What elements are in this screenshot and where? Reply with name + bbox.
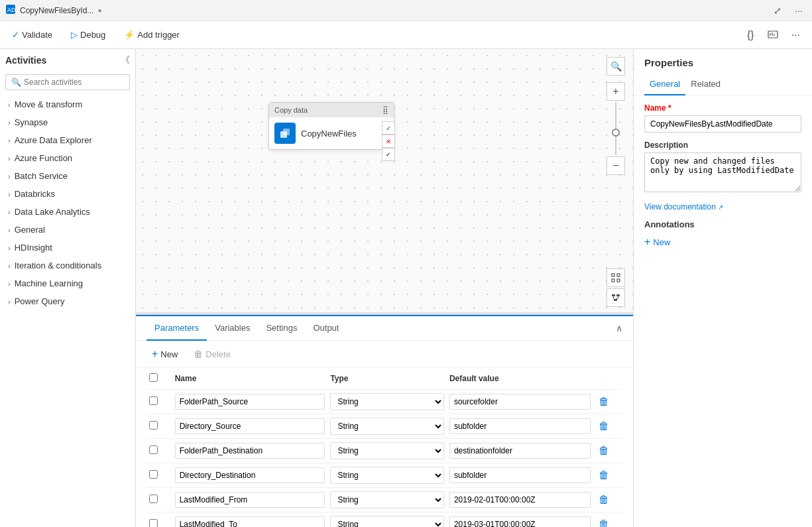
param-default-input-0[interactable]: [449, 394, 591, 410]
row-checkbox-1[interactable]: [149, 421, 158, 430]
chevron-right-icon: ›: [8, 137, 11, 145]
zoom-out-button[interactable]: −: [607, 156, 625, 175]
search-box[interactable]: 🔍: [5, 74, 130, 90]
param-delete-btn-4[interactable]: 🗑: [596, 493, 612, 507]
param-default-input-3[interactable]: [449, 467, 591, 483]
param-name-input-3[interactable]: [175, 467, 325, 483]
sidebar-item-batch-service[interactable]: › Batch Service: [0, 167, 135, 185]
param-name-input-4[interactable]: [175, 492, 325, 508]
param-type-select-3[interactable]: String Array Object Integer Float Bool: [330, 467, 444, 484]
param-name-input-1[interactable]: [175, 418, 325, 434]
node-complete-btn[interactable]: ✓: [382, 148, 395, 161]
param-delete-btn-5[interactable]: 🗑: [596, 517, 612, 527]
new-parameter-button[interactable]: + New: [146, 346, 183, 362]
sidebar-item-general[interactable]: › General: [0, 221, 135, 239]
sidebar-item-synapse[interactable]: › Synapse: [0, 113, 135, 131]
param-default-input-4[interactable]: [449, 492, 591, 508]
node-success-btn[interactable]: ✓: [382, 121, 395, 135]
row-checkbox-4[interactable]: [149, 495, 158, 503]
activity-node-header: Copy data ⣿: [269, 103, 394, 117]
drag-icon: ⣿: [382, 105, 388, 115]
description-textarea[interactable]: [644, 152, 801, 192]
zoom-slider: + −: [607, 82, 625, 175]
main-toolbar: ✓ Validate ▷ Debug ⚡ Add trigger {} ···: [0, 21, 812, 49]
chevron-right-icon: ›: [8, 298, 11, 306]
tab-parameters[interactable]: Parameters: [146, 316, 207, 341]
titlebar-dot: ●: [97, 7, 101, 14]
select-all-checkbox[interactable]: [149, 373, 158, 382]
zoom-in-button[interactable]: +: [607, 82, 625, 101]
param-default-input-2[interactable]: [449, 443, 591, 459]
titlebar-icon: ADF: [5, 4, 16, 17]
canvas-main[interactable]: Copy data ⣿ CopyNewFiles ✓ ✕: [136, 49, 633, 312]
collapse-left-button[interactable]: 《: [121, 54, 130, 66]
row-checkbox-3[interactable]: [149, 470, 158, 479]
param-type-select-2[interactable]: String Array Object Integer Float Bool: [330, 442, 444, 459]
sidebar-item-machine-learning[interactable]: › Machine Learning: [0, 274, 135, 292]
param-type-select-1[interactable]: String Array Object Integer Float Bool: [330, 418, 444, 435]
props-tab-general[interactable]: General: [644, 74, 685, 95]
add-trigger-button[interactable]: ⚡ Add trigger: [120, 27, 184, 42]
bottom-panel-toolbar: + New 🗑 Delete: [136, 341, 633, 368]
name-input[interactable]: [644, 115, 801, 133]
tab-output[interactable]: Output: [305, 316, 347, 341]
more-titlebar-button[interactable]: ···: [791, 4, 807, 17]
svg-line-17: [616, 298, 618, 299]
add-annotation-button[interactable]: + New: [644, 235, 670, 249]
sidebar-item-databricks[interactable]: › Databricks: [0, 185, 135, 203]
param-type-select-0[interactable]: String Array Object Integer Float Bool: [330, 393, 444, 410]
chevron-right-icon: ›: [8, 119, 11, 127]
param-delete-btn-1[interactable]: 🗑: [596, 419, 612, 434]
table-row: String Array Object Integer Float Bool 🗑: [146, 390, 622, 414]
sidebar-item-power-query[interactable]: › Power Query: [0, 292, 135, 310]
row-checkbox-0[interactable]: [149, 396, 158, 405]
sidebar-item-hdinsight[interactable]: › HDInsight: [0, 239, 135, 257]
props-tab-related[interactable]: Related: [685, 74, 726, 95]
expand-button[interactable]: ⤢: [770, 4, 785, 17]
row-checkbox-2[interactable]: [149, 445, 158, 454]
validate-button[interactable]: ✓ Validate: [8, 27, 56, 42]
fit-view-button[interactable]: [607, 268, 625, 287]
param-delete-btn-2[interactable]: 🗑: [596, 443, 612, 458]
param-default-input-5[interactable]: [449, 516, 591, 527]
svg-rect-11: [617, 274, 620, 276]
bottom-panel-tabs: Parameters Variables Settings Output ∧: [136, 316, 633, 341]
search-canvas-button[interactable]: 🔍: [607, 57, 625, 76]
debug-button[interactable]: ▷ Debug: [67, 27, 109, 42]
sidebar-item-azure-data-explorer[interactable]: › Azure Data Explorer: [0, 131, 135, 149]
row-checkbox-5[interactable]: [149, 519, 158, 527]
view-docs-field: View documentation ↗: [644, 202, 801, 211]
properties-header: Properties: [634, 49, 812, 68]
param-delete-btn-3[interactable]: 🗑: [596, 468, 612, 483]
tab-settings[interactable]: Settings: [258, 316, 305, 341]
report-button[interactable]: [764, 26, 782, 44]
collapse-panel-button[interactable]: ∧: [616, 323, 622, 333]
auto-layout-button[interactable]: [607, 288, 625, 307]
more-toolbar-button[interactable]: ···: [787, 26, 804, 44]
tab-variables[interactable]: Variables: [207, 316, 258, 341]
sidebar-item-azure-function[interactable]: › Azure Function: [0, 149, 135, 167]
zoom-thumb[interactable]: [612, 129, 620, 137]
sidebar-item-move-transform[interactable]: › Move & transform: [0, 95, 135, 113]
sidebar-item-data-lake-analytics[interactable]: › Data Lake Analytics: [0, 203, 135, 221]
sidebar-item-iteration-conditionals[interactable]: › Iteration & conditionals: [0, 257, 135, 274]
param-type-select-4[interactable]: String Array Object Integer Float Bool: [330, 491, 444, 508]
code-button[interactable]: {}: [743, 26, 758, 44]
svg-rect-13: [616, 294, 620, 296]
view-documentation-link[interactable]: View documentation ↗: [644, 202, 801, 211]
activity-node[interactable]: Copy data ⣿ CopyNewFiles ✓ ✕: [268, 102, 394, 150]
param-name-input-5[interactable]: [175, 516, 325, 527]
zoom-track: [615, 102, 616, 155]
name-field: Name *: [644, 103, 801, 133]
chevron-right-icon: ›: [8, 101, 11, 109]
chevron-right-icon: ›: [8, 190, 11, 198]
param-default-input-1[interactable]: [449, 418, 591, 434]
search-input[interactable]: [24, 78, 124, 87]
param-name-input-0[interactable]: [175, 394, 325, 410]
param-delete-btn-0[interactable]: 🗑: [596, 394, 612, 409]
node-failure-btn[interactable]: ✕: [382, 135, 395, 148]
delete-parameter-button[interactable]: 🗑 Delete: [188, 347, 236, 361]
svg-rect-7: [283, 129, 290, 135]
param-type-select-5[interactable]: String Array Object Integer Float Bool: [330, 516, 444, 527]
param-name-input-2[interactable]: [175, 443, 325, 459]
